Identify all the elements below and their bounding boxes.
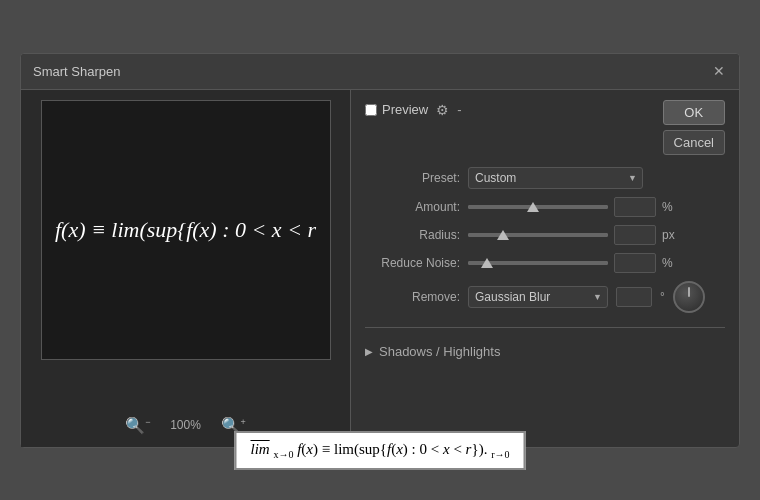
dash-separator: - [457,102,461,117]
noise-slider-container: 10 % [468,253,725,273]
ok-button[interactable]: OK [663,100,725,125]
noise-slider[interactable] [468,261,608,265]
noise-label: Reduce Noise: [365,256,460,270]
amount-unit: % [662,200,676,214]
preview-checkbox-row: Preview [365,102,428,117]
radius-slider[interactable] [468,233,608,237]
amount-slider-container: 231 % [468,197,725,217]
radius-label: Radius: [365,228,460,242]
remove-label: Remove: [365,290,460,304]
zoom-out-button[interactable]: 🔍− [120,414,155,437]
cancel-button[interactable]: Cancel [663,130,725,155]
sub2: r→0 [491,449,509,460]
zoom-controls: 🔍− 100% 🔍+ [120,414,251,437]
remove-select-wrapper: Gaussian Blur Lens Blur Motion Blur [468,286,608,308]
preview-image[interactable]: f(x) ≡ lim(sup{f(x) : 0 < x < r [41,100,331,360]
preview-panel: f(x) ≡ lim(sup{f(x) : 0 < x < r 🔍− 100% … [21,90,351,447]
radius-input[interactable]: 14.5 [614,225,656,245]
close-button[interactable]: ✕ [711,63,727,79]
smart-sharpen-dialog: Smart Sharpen ✕ f(x) ≡ lim(sup{f(x) : 0 … [20,53,740,448]
preview-label: Preview [382,102,428,117]
angle-dial[interactable] [673,281,705,313]
preset-select-wrapper: Custom [468,167,643,189]
amount-slider[interactable] [468,205,608,209]
shadows-label: Shadows / Highlights [379,344,500,359]
degree-label: ° [660,290,665,304]
radius-unit: px [662,228,676,242]
gear-button[interactable]: ⚙ [434,100,451,120]
shadows-highlights-row[interactable]: ▶ Shadows / Highlights [365,344,725,359]
sub1: x→0 [273,449,293,460]
dialog-body: f(x) ≡ lim(sup{f(x) : 0 < x < r 🔍− 100% … [21,90,739,447]
amount-input[interactable]: 231 [614,197,656,217]
formula-preview: f(x) ≡ lim(sup{f(x) : 0 < x < r [50,212,321,248]
radius-slider-container: 14.5 px [468,225,725,245]
noise-row: Reduce Noise: 10 % [365,253,725,273]
bottom-formula-text: lim x→0 f(x) ≡ lim(sup{f(x) : 0 < x < r}… [250,441,509,460]
divider [365,327,725,328]
noise-unit: % [662,256,676,270]
zoom-level: 100% [166,418,206,432]
radius-row: Radius: 14.5 px [365,225,725,245]
remove-select[interactable]: Gaussian Blur Lens Blur Motion Blur [468,286,608,308]
noise-input[interactable]: 10 [614,253,656,273]
preview-checkbox[interactable] [365,104,377,116]
controls-top-section: Preview ⚙ - OK Cancel [365,100,725,155]
preset-select[interactable]: Custom [468,167,643,189]
preset-row: Preset: Custom [365,167,725,189]
angle-input[interactable]: 0 [616,287,652,307]
dialog-title: Smart Sharpen [33,64,120,79]
controls-panel: Preview ⚙ - OK Cancel Preset: Custom [351,90,739,447]
action-buttons: OK Cancel [663,100,725,155]
bottom-formula-image: lim x→0 f(x) ≡ lim(sup{f(x) : 0 < x < r}… [234,431,525,470]
chevron-right-icon: ▶ [365,346,373,357]
remove-row: Remove: Gaussian Blur Lens Blur Motion B… [365,281,725,313]
amount-row: Amount: 231 % [365,197,725,217]
preset-label: Preset: [365,171,460,185]
title-bar: Smart Sharpen ✕ [21,54,739,90]
amount-label: Amount: [365,200,460,214]
